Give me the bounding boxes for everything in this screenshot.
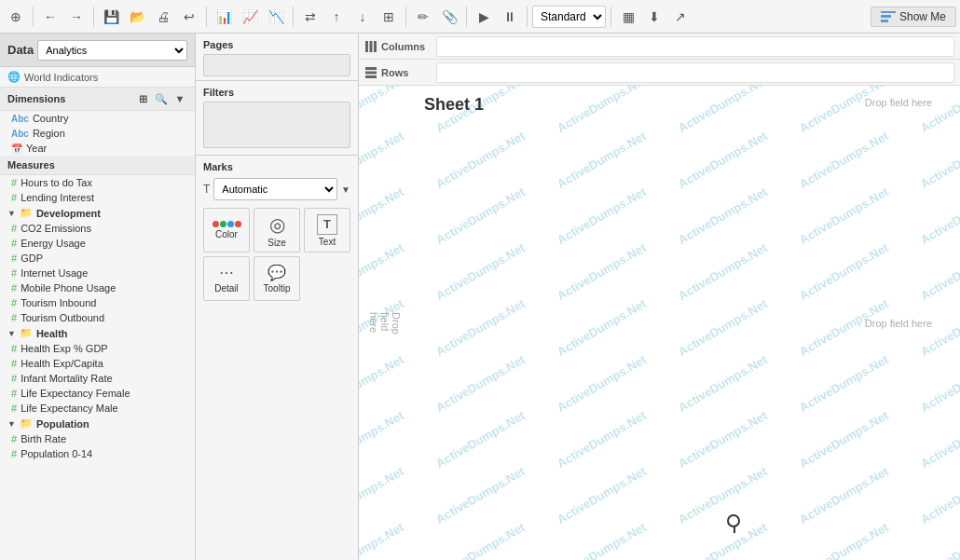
text-btn[interactable]: T Text: [304, 208, 350, 253]
field-co2[interactable]: # CO2 Emissions: [0, 221, 195, 236]
measures-section-header: Measures: [0, 156, 195, 175]
pages-drop-area[interactable]: [203, 54, 350, 76]
sidebar: Data Analytics 🌐 World Indicators Dimens…: [0, 34, 196, 560]
size-icon: ◎: [269, 213, 285, 236]
filters-section: Filters: [196, 81, 358, 156]
watermark-container: // Generate watermark pattern const cont…: [359, 86, 960, 560]
rows-drop[interactable]: [436, 62, 954, 83]
field-lending-interest-label: Lending Interest: [21, 192, 94, 203]
pause-btn[interactable]: ⏸: [498, 5, 522, 29]
drop-hint-columns: Drop field here: [865, 97, 932, 108]
chart3-btn[interactable]: 📉: [264, 5, 288, 29]
group-population[interactable]: ▼ 📁 Population: [0, 416, 195, 431]
dimensions-section-header: Dimensions ⊞ 🔍 ▼: [0, 88, 195, 111]
detail-btn[interactable]: ⋯ Detail: [203, 256, 250, 301]
field-pop-014[interactable]: # Population 0-14: [0, 446, 195, 461]
print-btn[interactable]: 🖨: [151, 5, 175, 29]
hash-icon-tourism-out: #: [11, 312, 17, 323]
undo-btn[interactable]: ↩: [177, 5, 201, 29]
field-mobile-label: Mobile Phone Usage: [21, 282, 116, 294]
size-btn[interactable]: ◎ Size: [254, 208, 300, 253]
dimensions-grid-icon[interactable]: ⊞: [135, 91, 150, 106]
divider-7: [527, 7, 528, 27]
marks-type-select[interactable]: Automatic: [213, 178, 337, 200]
columns-drop[interactable]: [436, 36, 954, 57]
field-region[interactable]: Abc Region: [0, 126, 195, 141]
filters-drop-area[interactable]: [203, 102, 350, 148]
folder-icon-health: 📁: [20, 327, 33, 339]
canvas[interactable]: // Generate watermark pattern const cont…: [359, 86, 960, 560]
field-gdp[interactable]: # GDP: [0, 251, 195, 266]
hash-icon-tourism-in: #: [11, 297, 17, 308]
field-tourism-in-label: Tourism Inbound: [21, 297, 96, 308]
field-tourism-in[interactable]: # Tourism Inbound: [0, 295, 195, 310]
field-lending-interest[interactable]: # Lending Interest: [0, 190, 195, 205]
dimensions-search-icon[interactable]: 🔍: [154, 91, 169, 106]
data-header: Data Analytics: [0, 34, 195, 67]
globe-icon: 🌐: [7, 71, 21, 83]
triangle-development: ▼: [7, 209, 16, 218]
triangle-health: ▼: [7, 329, 16, 338]
world-indicators[interactable]: 🌐 World Indicators: [0, 67, 195, 88]
field-life-female[interactable]: # Life Expectancy Female: [0, 386, 195, 401]
group-health[interactable]: ▼ 📁 Health: [0, 325, 195, 341]
data-source-select[interactable]: Analytics: [37, 40, 187, 61]
field-tourism-out[interactable]: # Tourism Outbound: [0, 310, 195, 325]
play-btn[interactable]: ▶: [472, 5, 496, 29]
calendar-icon: 📅: [11, 143, 22, 154]
detail-icon: ⋯: [219, 264, 234, 281]
hash-icon-infant: #: [11, 373, 17, 384]
field-energy[interactable]: # Energy Usage: [0, 236, 195, 251]
share-btn[interactable]: ↗: [668, 5, 693, 29]
tooltip-btn[interactable]: 💬 Tooltip: [254, 256, 300, 301]
svg-rect-0: [365, 41, 368, 52]
show-me-button[interactable]: Show Me: [871, 7, 956, 27]
field-mobile[interactable]: # Mobile Phone Usage: [0, 280, 195, 295]
triangle-population: ▼: [7, 419, 16, 429]
swap-btn[interactable]: ⇄: [298, 5, 322, 29]
sort-desc-btn[interactable]: ↓: [350, 5, 375, 29]
main-layout: Data Analytics 🌐 World Indicators Dimens…: [0, 34, 960, 560]
field-year-label: Year: [26, 143, 47, 154]
text-icon: T: [317, 214, 337, 235]
field-energy-label: Energy Usage: [21, 238, 86, 249]
chart1-btn[interactable]: 📊: [212, 5, 236, 29]
filter-btn[interactable]: ⊞: [377, 5, 401, 29]
field-infant[interactable]: # Infant Mortality Rate: [0, 371, 195, 386]
toolbar: ⊕ ← → 💾 📂 🖨 ↩ 📊 📈 📉 ⇄ ↑ ↓ ⊞ ✏ 📎 ▶ ⏸ Stan…: [0, 0, 960, 34]
divider-6: [466, 7, 467, 27]
group-population-label: Population: [36, 418, 89, 430]
label-btn[interactable]: ✏: [411, 5, 435, 29]
field-internet[interactable]: # Internet Usage: [0, 266, 195, 280]
standard-select[interactable]: Standard: [532, 6, 606, 28]
back-btn[interactable]: ←: [38, 5, 62, 29]
folder-icon-pop: 📁: [20, 417, 33, 430]
svg-rect-1: [370, 41, 373, 52]
color-btn[interactable]: Color: [203, 208, 250, 253]
field-hours-tax[interactable]: # Hours to do Tax: [0, 175, 195, 190]
forward-btn[interactable]: →: [64, 5, 89, 29]
annotate-btn[interactable]: 📎: [437, 5, 461, 29]
field-year[interactable]: 📅 Year: [0, 141, 195, 156]
home-btn[interactable]: ⊕: [4, 5, 28, 29]
chart2-btn[interactable]: 📈: [238, 5, 262, 29]
bars-btn[interactable]: ▦: [616, 5, 640, 29]
hash-icon-life-f: #: [11, 388, 17, 399]
hash-icon-birth: #: [11, 433, 17, 444]
field-health-gdp-label: Health Exp % GDP: [21, 343, 108, 354]
pages-section: Pages: [196, 34, 358, 81]
field-country[interactable]: Abc Country: [0, 111, 195, 126]
divider-8: [610, 7, 611, 27]
open-btn[interactable]: 📂: [125, 5, 149, 29]
group-development[interactable]: ▼ 📁 Development: [0, 205, 195, 221]
sort-asc-btn[interactable]: ↑: [324, 5, 349, 29]
dimensions-menu-icon[interactable]: ▼: [172, 91, 187, 106]
field-life-male[interactable]: # Life Expectancy Male: [0, 401, 195, 416]
cursor-indicator: [727, 514, 740, 527]
save-btn[interactable]: 💾: [99, 5, 123, 29]
field-health-gdp[interactable]: # Health Exp % GDP: [0, 341, 195, 356]
drop-btn[interactable]: ⬇: [642, 5, 666, 29]
sidebar-scroll[interactable]: Dimensions ⊞ 🔍 ▼ Abc Country Abc Region …: [0, 88, 195, 560]
field-birth-rate[interactable]: # Birth Rate: [0, 431, 195, 446]
field-health-capita[interactable]: # Health Exp/Capita: [0, 356, 195, 371]
